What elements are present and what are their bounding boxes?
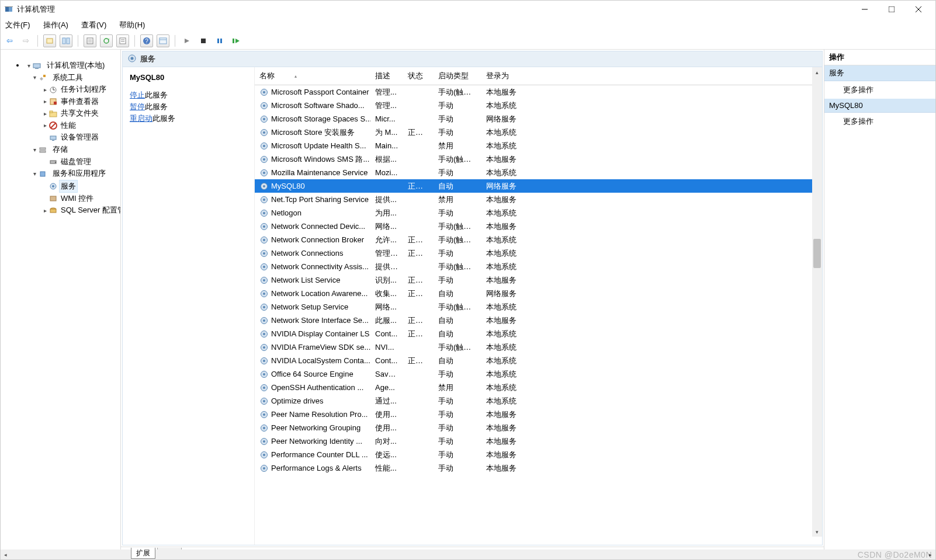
tree-services-apps[interactable]: 服务和应用程序 <box>51 168 108 179</box>
gear-icon <box>259 329 269 339</box>
prop-button[interactable] <box>43 34 56 47</box>
export-button[interactable] <box>84 34 96 47</box>
actions-pane: 操作 服务 更多操作 MySQL80 更多操作 <box>824 50 935 559</box>
tree-task-scheduler[interactable]: 任务计划程序 <box>59 84 108 95</box>
pause-link[interactable]: 暂停 <box>130 102 145 111</box>
service-row[interactable]: Network Connected Devic...网络...手动(触发...本… <box>255 220 822 233</box>
gear-icon <box>259 464 269 473</box>
service-row[interactable]: Network Store Interface Se...此服...正在...自… <box>255 314 822 327</box>
menu-view[interactable]: 查看(V) <box>79 19 109 32</box>
menu-help[interactable]: 帮助(H) <box>117 19 147 32</box>
service-row[interactable]: NVIDIA FrameView SDK se...NVI...手动(触发...… <box>255 340 822 354</box>
actions-more-2[interactable]: 更多操作 <box>824 113 935 130</box>
service-logon: 本地服务 <box>481 463 546 474</box>
service-row[interactable]: Network Connectivity Assis...提供 ...手动(触发… <box>255 260 822 273</box>
service-row[interactable]: Mozilla Maintenance ServiceMozi...手动本地系统 <box>255 166 822 179</box>
tree-storage[interactable]: 存储 <box>51 144 70 155</box>
tree-root[interactable]: 计算机管理(本地) <box>45 60 107 71</box>
maximize-button[interactable] <box>878 1 905 18</box>
actions-more-1[interactable]: 更多操作 <box>824 81 935 99</box>
service-row[interactable]: Optimize drives通过...手动本地系统 <box>255 394 822 408</box>
menu-operate[interactable]: 操作(A) <box>41 19 71 32</box>
service-row[interactable]: Network Connections管理"...正在...手动本地系统 <box>255 246 822 260</box>
menu-file[interactable]: 文件(F) <box>3 19 33 32</box>
col-desc[interactable]: 描述 <box>370 67 403 85</box>
play-button[interactable] <box>181 34 193 47</box>
gear-icon <box>127 54 137 65</box>
service-status: 正在... <box>403 248 434 259</box>
refresh-button[interactable] <box>100 34 113 47</box>
svg-rect-9 <box>67 38 70 44</box>
service-logon: 本地系统 <box>481 329 546 339</box>
service-row[interactable]: NVIDIA LocalSystem Conta...Cont...正在...自… <box>255 354 822 367</box>
col-status[interactable]: 状态 <box>403 67 434 85</box>
service-row[interactable]: Peer Networking Identity ...向对...手动本地服务 <box>255 434 822 448</box>
gear-icon <box>259 262 269 272</box>
service-row[interactable]: Network List Service识别...正在...手动本地服务 <box>255 273 822 287</box>
col-logon[interactable]: 登录为 <box>481 67 546 85</box>
service-list[interactable]: 名称▴ 描述 状态 启动类型 登录为 Microsoft Passport Co… <box>255 67 822 545</box>
service-row[interactable]: Microsoft Software Shado...管理...手动本地系统 <box>255 99 822 112</box>
tree-pane[interactable]: ▾ 计算机管理(本地) ▾ 系统工具 ▸任务计划程序 ▸事件查看器 ▸共享文件夹… <box>1 50 121 559</box>
service-row[interactable]: Performance Counter DLL ...使远...手动本地服务 <box>255 448 822 461</box>
stop-link[interactable]: 停止 <box>130 91 145 99</box>
close-button[interactable] <box>905 1 932 18</box>
help-button[interactable]: ? <box>140 34 153 47</box>
services-view-button[interactable] <box>157 34 169 47</box>
restart-button[interactable] <box>230 34 242 47</box>
service-row[interactable]: OpenSSH Authentication ...Age...禁用本地系统 <box>255 381 822 394</box>
service-startup: 手动 <box>434 100 481 111</box>
restart-link[interactable]: 重启动 <box>130 114 152 123</box>
service-row[interactable]: Network Connection Broker允许...正在...手动(触发… <box>255 233 822 246</box>
pause-button[interactable] <box>213 34 226 47</box>
service-row[interactable]: Microsoft Store 安装服务为 M...正在...手动本地系统 <box>255 126 822 139</box>
tree-device-mgr[interactable]: 设备管理器 <box>59 131 100 143</box>
service-row[interactable]: Microsoft Windows SMS 路...根据...手动(触发...本… <box>255 152 822 166</box>
service-row[interactable]: Performance Logs & Alerts性能...手动本地服务 <box>255 461 822 475</box>
service-row[interactable]: Network Location Awarene...收集...正在...自动网… <box>255 287 822 300</box>
tree-system-tools[interactable]: 系统工具 <box>51 72 85 84</box>
service-desc: Mozi... <box>370 168 403 177</box>
service-desc: 根据... <box>370 154 403 165</box>
service-startup: 手动 <box>434 409 481 420</box>
service-row[interactable]: Net.Tcp Port Sharing Service提供...禁用本地服务 <box>255 193 822 206</box>
forward-button[interactable]: ⇨ <box>19 34 32 47</box>
col-startup[interactable]: 启动类型 <box>434 67 481 85</box>
service-row[interactable]: Office 64 Source EngineSave...手动本地系统 <box>255 367 822 381</box>
vertical-scrollbar[interactable]: ▴ ▾ <box>812 67 822 537</box>
service-row[interactable]: NVIDIA Display Container LSCont...正在...自… <box>255 327 822 340</box>
minimize-button[interactable] <box>851 1 878 18</box>
selected-service-name: MySQL80 <box>130 73 247 82</box>
service-row[interactable]: Peer Networking Grouping使用...手动本地服务 <box>255 421 822 434</box>
tree-disk-mgr[interactable]: 磁盘管理 <box>59 156 93 168</box>
service-desc: 识别... <box>370 275 403 286</box>
service-logon: 网络服务 <box>481 181 546 192</box>
svg-rect-24 <box>233 39 234 43</box>
show-hide-button[interactable] <box>60 34 72 47</box>
tree-services[interactable]: 服务 <box>59 180 78 193</box>
service-row[interactable]: Peer Name Resolution Pro...使用...手动本地服务 <box>255 408 822 421</box>
service-row[interactable]: MySQL80正在...自动网络服务 <box>255 179 822 193</box>
svg-point-55 <box>263 105 265 107</box>
tree-performance[interactable]: 性能 <box>59 120 78 131</box>
props-icon[interactable] <box>116 34 129 47</box>
apps-icon <box>38 169 47 179</box>
service-row[interactable]: Microsoft Update Health S...Main...禁用本地系… <box>255 139 822 152</box>
svg-rect-21 <box>201 39 206 43</box>
tree-sql-config[interactable]: SQL Server 配置管理器 <box>59 204 121 216</box>
back-button[interactable]: ⇦ <box>3 34 16 47</box>
service-row[interactable]: Network Setup Service网络...手动(触发...本地系统 <box>255 300 822 314</box>
tree-wmi[interactable]: WMI 控件 <box>59 193 95 204</box>
scrollbar-thumb[interactable] <box>813 239 821 268</box>
tree-shared-folders[interactable]: 共享文件夹 <box>59 107 100 119</box>
event-icon <box>48 97 58 106</box>
sort-asc-icon: ▴ <box>294 74 297 79</box>
service-row[interactable]: Microsoft Passport Container管理...手动(触发..… <box>255 85 822 99</box>
service-logon: 本地服务 <box>481 154 546 165</box>
service-row[interactable]: Netlogon为用...手动本地系统 <box>255 206 822 220</box>
tree-event-viewer[interactable]: 事件查看器 <box>59 96 100 107</box>
stop-button[interactable] <box>197 34 210 47</box>
col-name[interactable]: 名称▴ <box>255 67 370 85</box>
service-row[interactable]: Microsoft Storage Spaces S...Micr...手动网络… <box>255 112 822 126</box>
tab-extended[interactable]: 扩展 <box>131 548 155 559</box>
